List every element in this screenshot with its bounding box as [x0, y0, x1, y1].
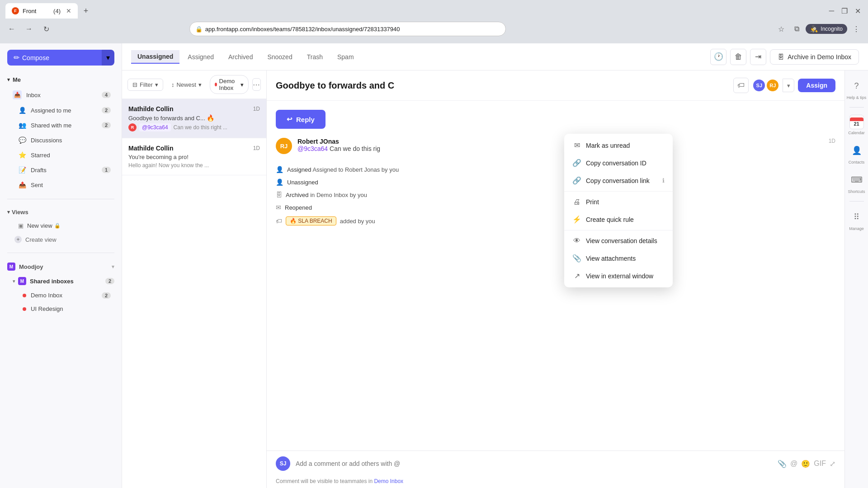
comment-input[interactable] [296, 460, 772, 467]
sidebar-item-shared-with-me[interactable]: 👥 Shared with me 2 [4, 118, 118, 132]
attachment-icon[interactable]: 📎 [778, 460, 787, 468]
shared-inboxes-header[interactable]: ▾ M Shared inboxes 2 [0, 274, 122, 288]
archive-in-demo-inbox-button[interactable]: 🗄 Archive in Demo Inbox [770, 49, 859, 65]
toolbar-actions: 🕐 🗑 ⇥ 🗄 Archive in Demo Inbox [710, 49, 859, 65]
inbox-selector-dot [215, 83, 217, 86]
menu-button[interactable]: ⋮ [850, 23, 863, 35]
sort-button[interactable]: ↕ Newest ▾ [167, 79, 206, 90]
assigned-to-me-label: Assigned to me [31, 107, 102, 114]
filter-button[interactable]: ⊟ Filter ▾ [127, 79, 163, 91]
lock-icon: 🔒 [54, 223, 61, 229]
inbox-selector-label: Demo Inbox [219, 78, 238, 91]
expand-icon[interactable]: ⤢ [830, 460, 835, 468]
discussions-icon: 💬 [18, 136, 26, 144]
forward-button[interactable]: → [23, 23, 35, 35]
calendar-button[interactable]: 21 Calendar [848, 115, 865, 135]
assign-button[interactable]: Assign [798, 79, 835, 92]
ctx-copy-link-label: Copy conversation link [586, 177, 650, 184]
ctx-print[interactable]: 🖨 Print [564, 193, 673, 211]
tab-unassigned[interactable]: Unassigned [131, 50, 179, 64]
assignee-chevron-button[interactable]: ▾ [783, 79, 794, 92]
extension-button[interactable]: ⧉ [790, 23, 803, 35]
tab-count: (4) [53, 8, 61, 14]
window-controls: ─ ❐ ✕ [827, 5, 863, 17]
views-section: ▾ Views ▣ New view 🔒 + Create view [0, 203, 122, 249]
tab-snoozed[interactable]: Snoozed [261, 51, 298, 63]
create-view-button[interactable]: + Create view [0, 233, 122, 246]
ctx-mark-unread[interactable]: ✉ Mark as unread [564, 136, 673, 154]
sidebar-item-demo-inbox[interactable]: Demo Inbox 2 [4, 289, 118, 302]
sidebar-header: ✏ Compose ▾ [0, 43, 122, 70]
discussions-label: Discussions [31, 137, 111, 144]
ctx-copy-link[interactable]: 🔗 Copy conversation link ℹ [564, 172, 673, 189]
ctx-view-details[interactable]: 👁 View conversation details [564, 232, 673, 249]
me-section: ▾ Me 📥 Inbox 4 👤 Assigned to me 2 👥 Shar… [0, 70, 122, 195]
shortcuts-icon: ⌨ [849, 172, 865, 188]
back-button[interactable]: ← [5, 23, 18, 35]
compose-dropdown-button[interactable]: ▾ [102, 50, 114, 66]
conv-item-header-1: Mathilde Collin 1D [128, 105, 260, 113]
incognito-label: Incognito [821, 26, 843, 32]
shared-inboxes-icon: M [18, 277, 26, 285]
mention-icon[interactable]: @ [790, 460, 797, 468]
gif-icon[interactable]: GIF [814, 460, 826, 468]
emoji-icon[interactable]: 🙂 [801, 460, 810, 468]
ctx-view-external[interactable]: ↗ View in external window [564, 267, 673, 285]
conv-time-1: 1D [253, 106, 260, 112]
ui-redesign-label: UI Redesign [31, 305, 111, 312]
new-tab-button[interactable]: + [80, 5, 92, 17]
help-tips-button[interactable]: ? Help & tips [847, 78, 867, 100]
clock-button[interactable]: 🕐 [710, 49, 726, 65]
view-details-icon: 👁 [572, 237, 581, 245]
address-bar[interactable]: 🔒 app.frontapp.com/inboxes/teams/7858132… [189, 22, 506, 36]
compose-button[interactable]: ✏ Compose [7, 50, 102, 66]
tab-spam[interactable]: Spam [331, 51, 360, 63]
tab-trash[interactable]: Trash [301, 51, 329, 63]
active-tab[interactable]: F Front (4) ✕ [5, 3, 78, 19]
copy-link-icon: 🔗 [572, 176, 581, 185]
tab-archived[interactable]: Archived [222, 51, 259, 63]
ctx-view-details-label: View conversation details [586, 237, 657, 244]
views-header[interactable]: ▾ Views [0, 206, 122, 219]
right-sidebar: ? Help & tips 21 Calendar 👤 Contacts ⌨ [844, 70, 868, 488]
sidebar-item-discussions[interactable]: 💬 Discussions [4, 133, 118, 147]
reload-button[interactable]: ↻ [40, 23, 52, 35]
sidebar-item-drafts[interactable]: 📝 Drafts 1 [4, 163, 118, 177]
ui-redesign-dot [23, 307, 26, 311]
conv-list-toolbar: ⊟ Filter ▾ ↕ Newest ▾ Demo Inbox ▾ ⋯ [122, 70, 266, 99]
more-options-button[interactable]: ⋯ [252, 78, 261, 91]
ctx-mark-unread-label: Mark as unread [586, 142, 630, 149]
ctx-copy-id[interactable]: 🔗 Copy conversation ID [564, 154, 673, 172]
minimize-button[interactable]: ─ [827, 5, 836, 17]
inbox-icon: 📥 [13, 90, 22, 99]
ctx-view-attachments[interactable]: 📎 View attachments [564, 249, 673, 267]
contacts-button[interactable]: 👤 Contacts [849, 142, 865, 164]
sidebar-item-ui-redesign[interactable]: UI Redesign [4, 302, 118, 315]
sidebar-item-inbox[interactable]: 📥 Inbox 4 [4, 87, 118, 103]
manage-button[interactable]: ⠿ Manage [849, 209, 865, 231]
trash-button[interactable]: 🗑 [730, 49, 746, 65]
filter-chevron: ▾ [155, 81, 158, 88]
move-button[interactable]: ⇥ [750, 49, 766, 65]
close-button[interactable]: ✕ [853, 5, 863, 17]
conversation-item-1[interactable]: Mathilde Collin 1D Goodbye to forwards a… [122, 99, 266, 138]
shortcuts-button[interactable]: ⌨ Shortcuts [848, 172, 865, 194]
moodjoy-header[interactable]: M Moodjoy ▾ [0, 259, 122, 274]
sidebar-item-starred[interactable]: ⭐ Starred [4, 148, 118, 162]
maximize-button[interactable]: ❐ [840, 5, 849, 17]
bookmark-button[interactable]: ☆ [775, 23, 788, 35]
tag-button[interactable]: 🏷 [733, 78, 749, 93]
ctx-print-label: Print [586, 198, 599, 206]
tab-assigned[interactable]: Assigned [181, 51, 220, 63]
sidebar-item-sent[interactable]: 📤 Sent [4, 178, 118, 192]
create-view-label: Create view [25, 236, 57, 243]
tab-close-btn[interactable]: ✕ [66, 7, 71, 14]
inbox-selector[interactable]: Demo Inbox ▾ [210, 75, 249, 94]
ctx-quick-rule[interactable]: ⚡ Create quick rule [564, 211, 673, 228]
reply-button[interactable]: ↩ Reply [276, 110, 326, 129]
conversation-item-2[interactable]: Mathilde Collin 1D You're becoming a pro… [122, 138, 266, 175]
me-header[interactable]: ▾ Me [0, 73, 122, 87]
tab-title: Front [23, 8, 50, 14]
sidebar-item-assigned-to-me[interactable]: 👤 Assigned to me 2 [4, 103, 118, 117]
sidebar-item-new-view[interactable]: ▣ New view 🔒 [4, 219, 118, 232]
